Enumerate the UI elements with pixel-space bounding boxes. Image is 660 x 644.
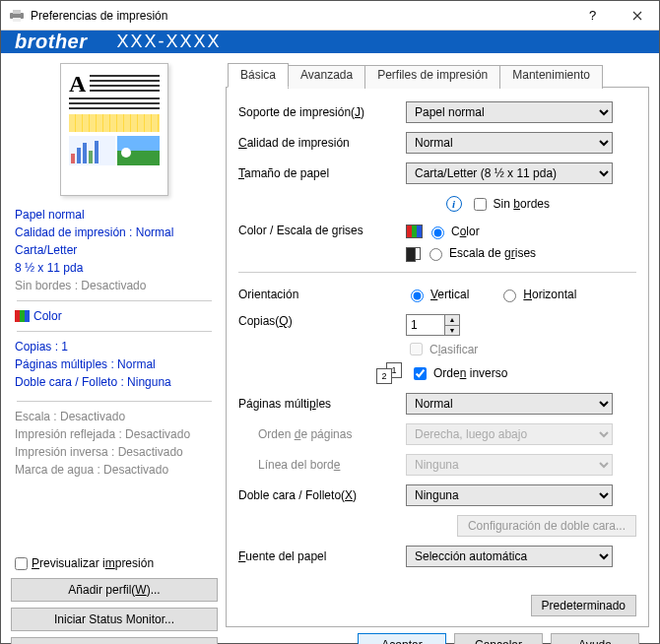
ok-button[interactable]: Aceptar — [358, 633, 446, 644]
brand-logo: brother — [15, 31, 88, 53]
window-title: Preferencias de impresión — [31, 9, 570, 23]
copies-spinner[interactable]: ▲▼ — [444, 314, 460, 336]
grayscale-swatch-icon — [406, 247, 421, 260]
borderline-label: Línea del borde — [238, 458, 406, 472]
copies-input[interactable] — [406, 314, 445, 336]
support-button[interactable]: Asistencia... — [11, 637, 218, 644]
add-profile-button[interactable]: Añadir perfil(W)... — [11, 578, 218, 602]
color-radio[interactable] — [431, 226, 444, 239]
summary-line: Impresión reflejada : Desactivado — [15, 425, 214, 443]
summary-line: Páginas múltiples : Normal — [15, 355, 214, 373]
papersize-select[interactable]: Carta/Letter (8 ½ x 11 pda) — [406, 162, 613, 184]
reverse-order-icon: 1 2 — [376, 362, 402, 384]
preview-checkbox[interactable] — [15, 557, 28, 570]
summary-color: Color — [15, 307, 214, 325]
help-button[interactable]: ? — [570, 1, 615, 31]
copies-label: Copias(Q) — [238, 314, 406, 328]
page-preview: A — [60, 63, 168, 196]
orientation-label: Orientación — [238, 288, 406, 301]
papersource-label: Fuente del papel — [238, 549, 406, 563]
summary-line: 8 ½ x 11 pda — [15, 259, 214, 277]
media-label: Soporte de impresión(J) — [238, 105, 406, 119]
horizontal-label: Horizontal — [523, 288, 576, 301]
multipage-label: Páginas múltiples — [238, 397, 406, 411]
cancel-button[interactable]: Cancelar — [454, 633, 543, 644]
tab-advanced[interactable]: Avanzada — [288, 65, 365, 89]
summary-line: Copias : 1 — [15, 338, 214, 355]
grayscale-radio[interactable] — [429, 248, 442, 261]
vertical-label: Vertical — [430, 288, 469, 301]
borderline-select: Ninguna — [406, 454, 613, 476]
summary-line: Impresión inversa : Desactivado — [15, 443, 214, 461]
preview-checkbox-row[interactable]: Previsualizar impresión — [11, 554, 218, 572]
reverse-checkbox-row[interactable]: Orden inverso — [410, 364, 507, 383]
summary-line: Calidad de impresión : Normal — [15, 224, 214, 241]
brand-bar: brother XXX-XXXX — [1, 31, 659, 53]
colorscale-label: Color / Escala de grises — [238, 224, 406, 237]
duplex-config-button: Configuración de doble cara... — [457, 515, 636, 537]
color-swatch-icon — [406, 225, 423, 238]
collate-checkbox-row: Clasificar — [406, 340, 478, 358]
quality-label: Calidad de impresión — [238, 136, 406, 150]
close-button[interactable] — [615, 1, 659, 31]
reverse-label: Orden inverso — [433, 366, 507, 380]
quality-select[interactable]: Normal — [406, 132, 613, 154]
pageorder-label: Orden de páginas — [238, 427, 406, 441]
borderless-checkbox[interactable] — [474, 198, 487, 211]
settings-summary: Papel normal Calidad de impresión : Norm… — [11, 206, 218, 479]
tab-body-basic: Soporte de impresión(J) Papel normal Cal… — [226, 88, 649, 627]
borderless-checkbox-row[interactable]: Sin bordes — [470, 195, 550, 214]
tab-maintenance[interactable]: Mantenimiento — [499, 65, 603, 89]
reverse-checkbox[interactable] — [414, 367, 427, 380]
spin-down-icon[interactable]: ▼ — [445, 326, 459, 336]
summary-line: Doble cara / Folleto : Ninguna — [15, 373, 214, 391]
brand-model: XXX-XXXX — [117, 32, 222, 52]
tab-profiles[interactable]: Perfiles de impresión — [364, 65, 500, 89]
spin-up-icon[interactable]: ▲ — [445, 315, 459, 326]
svg-rect-1 — [13, 10, 21, 14]
collate-label: Clasificar — [429, 343, 478, 356]
multipage-select[interactable]: Normal — [406, 393, 613, 415]
horizontal-radio-row[interactable]: Horizontal — [498, 287, 576, 302]
papersource-select[interactable]: Selección automática — [406, 546, 613, 567]
preview-checkbox-label: Previsualizar impresión — [32, 556, 154, 570]
color-option-label: Color — [451, 225, 480, 238]
grayscale-radio-row[interactable]: Escala de grises — [406, 245, 536, 261]
media-select[interactable]: Papel normal — [406, 101, 613, 123]
pageorder-select: Derecha, luego abajo — [406, 423, 613, 445]
printer-icon — [9, 10, 25, 22]
vertical-radio-row[interactable]: Vertical — [406, 287, 469, 302]
tab-bar: Básica Avanzada Perfiles de impresión Ma… — [226, 63, 649, 88]
summary-line: Sin bordes : Desactivado — [15, 277, 214, 294]
duplex-label: Doble cara / Folleto(X) — [238, 488, 406, 502]
papersize-label: Tamaño de papel — [238, 166, 406, 180]
info-icon[interactable]: i — [446, 196, 462, 212]
summary-line: Carta/Letter — [15, 241, 214, 259]
summary-line: Papel normal — [15, 206, 214, 224]
borderless-label: Sin bordes — [494, 197, 550, 211]
color-radio-row[interactable]: Color — [406, 224, 480, 239]
titlebar: Preferencias de impresión ? — [1, 1, 659, 31]
horizontal-radio[interactable] — [503, 290, 516, 302]
duplex-select[interactable]: Ninguna — [406, 484, 613, 506]
summary-line: Escala : Desactivado — [15, 408, 214, 425]
dialog-footer: Aceptar Cancelar Ayuda — [226, 627, 649, 644]
summary-line: Marca de agua : Desactivado — [15, 461, 214, 479]
default-button[interactable]: Predeterminado — [531, 595, 636, 616]
svg-rect-2 — [13, 18, 21, 22]
status-monitor-button[interactable]: Iniciar Status Monitor... — [11, 608, 218, 631]
tab-basic[interactable]: Básica — [228, 63, 289, 88]
collate-checkbox — [410, 343, 423, 355]
grayscale-option-label: Escala de grises — [449, 246, 536, 260]
print-preferences-window: Preferencias de impresión ? brother XXX-… — [0, 0, 660, 644]
help-footer-button[interactable]: Ayuda — [551, 633, 639, 644]
vertical-radio[interactable] — [411, 290, 424, 302]
sidebar: A Papel normal Calidad de impresión : No… — [11, 63, 218, 644]
